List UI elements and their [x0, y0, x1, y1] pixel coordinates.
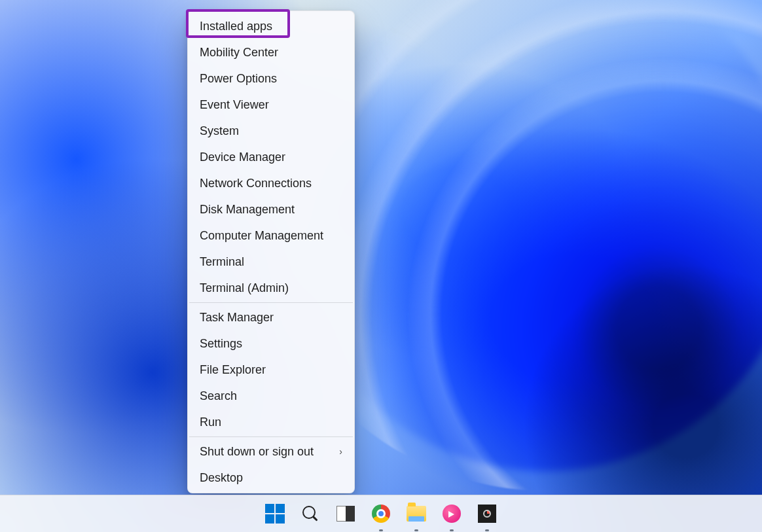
pink-app-button[interactable]: [438, 500, 465, 527]
menu-item-search[interactable]: Search: [188, 383, 354, 409]
task-view-icon: [336, 506, 355, 522]
chrome-icon: [372, 505, 390, 523]
menu-item-label: File Explorer: [200, 363, 266, 377]
file-explorer-button[interactable]: [403, 500, 430, 527]
menu-item-terminal-admin[interactable]: Terminal (Admin): [188, 275, 354, 301]
menu-item-label: Device Manager: [200, 151, 285, 164]
pink-app-icon: [443, 505, 461, 523]
menu-item-label: Terminal: [200, 255, 244, 269]
menu-item-power-options[interactable]: Power Options: [188, 65, 354, 92]
taskbar: [0, 495, 762, 532]
menu-separator: [189, 302, 353, 303]
menu-item-label: System: [200, 124, 239, 138]
menu-item-network-connections[interactable]: Network Connections: [188, 170, 354, 196]
task-view-button[interactable]: [332, 500, 359, 527]
menu-item-terminal[interactable]: Terminal: [188, 249, 354, 275]
menu-item-run[interactable]: Run: [188, 409, 354, 435]
menu-item-desktop[interactable]: Desktop: [188, 465, 354, 491]
menu-item-label: Settings: [200, 337, 242, 351]
menu-item-label: Installed apps: [200, 20, 272, 33]
menu-item-label: Terminal (Admin): [200, 281, 289, 295]
menu-item-installed-apps[interactable]: Installed apps: [188, 13, 354, 39]
menu-item-label: Mobility Center: [200, 46, 278, 60]
chevron-right-icon: ›: [339, 446, 342, 457]
menu-item-settings[interactable]: Settings: [188, 330, 354, 357]
menu-item-label: Disk Management: [200, 203, 295, 217]
menu-item-task-manager[interactable]: Task Manager: [188, 304, 354, 330]
menu-item-label: Desktop: [200, 471, 243, 485]
menu-item-system[interactable]: System: [188, 118, 354, 144]
desktop-wallpaper: [0, 0, 762, 532]
search-button[interactable]: [297, 500, 324, 527]
menu-item-file-explorer[interactable]: File Explorer: [188, 357, 354, 383]
file-explorer-icon: [407, 506, 426, 522]
menu-item-disk-management[interactable]: Disk Management: [188, 196, 354, 222]
menu-item-label: Search: [200, 389, 237, 403]
menu-item-label: Run: [200, 416, 221, 429]
menu-item-label: Power Options: [200, 72, 277, 86]
dark-app-button[interactable]: [473, 500, 501, 527]
menu-item-label: Shut down or sign out: [200, 445, 314, 459]
dark-app-icon: [478, 505, 496, 523]
menu-item-label: Computer Management: [200, 229, 323, 243]
windows-logo-icon: [265, 504, 285, 523]
menu-item-device-manager[interactable]: Device Manager: [188, 144, 354, 170]
menu-item-label: Network Connections: [200, 177, 312, 190]
menu-item-label: Task Manager: [200, 311, 274, 325]
start-context-menu: Installed appsMobility CenterPower Optio…: [187, 10, 355, 493]
menu-item-event-viewer[interactable]: Event Viewer: [188, 92, 354, 118]
menu-item-mobility-center[interactable]: Mobility Center: [188, 39, 354, 65]
start-button[interactable]: [261, 500, 289, 527]
menu-separator: [189, 436, 353, 437]
menu-item-shut-down-sign-out[interactable]: Shut down or sign out›: [188, 438, 354, 465]
menu-item-computer-management[interactable]: Computer Management: [188, 222, 354, 249]
chrome-button[interactable]: [367, 500, 395, 527]
search-icon: [302, 505, 319, 522]
menu-item-label: Event Viewer: [200, 98, 269, 112]
